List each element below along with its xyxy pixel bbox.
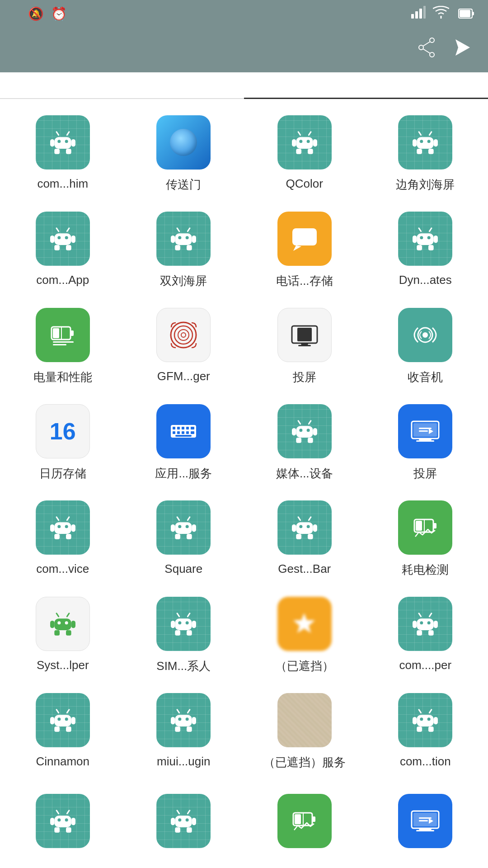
- app-item[interactable]: Dyn...ates: [367, 204, 484, 296]
- app-label: com....per: [399, 658, 451, 672]
- svg-line-156: [177, 613, 179, 617]
- app-item[interactable]: 边角刘海屏: [367, 108, 484, 200]
- app-item[interactable]: 媒体...设备: [246, 397, 363, 489]
- svg-line-17: [67, 132, 69, 135]
- app-item[interactable]: 双刘海屏: [126, 204, 242, 296]
- svg-marker-162: [293, 613, 315, 633]
- svg-point-183: [186, 717, 189, 721]
- send-icon[interactable]: [454, 38, 472, 62]
- app-item[interactable]: SIM...系人: [126, 590, 242, 681]
- svg-rect-181: [175, 715, 192, 726]
- svg-rect-158: [175, 630, 181, 636]
- svg-line-43: [56, 228, 59, 231]
- svg-rect-47: [50, 236, 54, 243]
- app-item[interactable]: com....per: [367, 590, 484, 681]
- app-item[interactable]: [5, 787, 121, 863]
- svg-rect-204: [54, 827, 60, 833]
- svg-rect-119: [66, 534, 71, 539]
- svg-point-78: [181, 333, 186, 337]
- svg-point-174: [65, 717, 68, 721]
- svg-rect-179: [50, 717, 54, 724]
- svg-rect-97: [296, 426, 313, 438]
- svg-rect-38: [413, 139, 417, 146]
- svg-line-10: [423, 42, 430, 46]
- svg-rect-37: [428, 149, 434, 154]
- svg-point-132: [299, 525, 302, 528]
- svg-rect-57: [192, 236, 196, 243]
- tab-bar: [0, 72, 488, 99]
- app-item[interactable]: [367, 787, 484, 863]
- svg-rect-213: [175, 827, 181, 833]
- app-item[interactable]: com...App: [5, 204, 121, 296]
- svg-rect-137: [308, 534, 313, 539]
- svg-rect-189: [192, 717, 196, 724]
- app-item[interactable]: 收音机: [367, 301, 484, 392]
- svg-point-200: [57, 818, 61, 821]
- svg-line-193: [419, 710, 421, 713]
- svg-line-64: [430, 228, 432, 231]
- svg-rect-30: [313, 139, 317, 146]
- svg-rect-113: [54, 522, 71, 534]
- svg-rect-0: [411, 14, 414, 19]
- app-item[interactable]: com...vice: [5, 493, 121, 585]
- svg-point-33: [427, 140, 431, 143]
- svg-rect-70: [70, 330, 74, 336]
- app-item[interactable]: com...tion: [367, 686, 484, 778]
- app-item[interactable]: 投屏: [367, 397, 484, 489]
- app-item[interactable]: 16 日历存储: [5, 397, 121, 489]
- svg-rect-109: [416, 440, 434, 442]
- app-item[interactable]: Gest...Bar: [246, 493, 363, 585]
- app-item[interactable]: [246, 787, 363, 863]
- share-icon[interactable]: [418, 38, 436, 62]
- svg-rect-5: [472, 12, 474, 15]
- status-right: [411, 6, 474, 22]
- tab-user-apps[interactable]: [0, 72, 244, 99]
- mute-icon: 🔕: [28, 6, 44, 21]
- svg-rect-19: [66, 149, 71, 154]
- svg-rect-215: [171, 818, 175, 825]
- app-item[interactable]: （已遮挡）服务: [246, 686, 363, 778]
- alarm-icon: ⏰: [51, 6, 67, 21]
- svg-rect-27: [296, 149, 301, 154]
- app-item[interactable]: 传送门: [126, 108, 242, 200]
- svg-rect-71: [53, 328, 59, 338]
- svg-rect-218: [312, 816, 315, 822]
- svg-point-124: [186, 525, 189, 528]
- app-item[interactable]: [126, 787, 242, 863]
- app-item[interactable]: Cinnamon: [5, 686, 121, 778]
- svg-line-147: [56, 613, 59, 617]
- app-item[interactable]: com...him: [5, 108, 121, 200]
- svg-line-202: [56, 811, 59, 814]
- svg-rect-160: [171, 621, 175, 628]
- svg-point-8: [419, 45, 423, 50]
- app-item[interactable]: 电话...存储: [246, 204, 363, 296]
- app-item[interactable]: （已遮挡）: [246, 590, 363, 681]
- app-item[interactable]: 应用...服务: [126, 397, 242, 489]
- app-item[interactable]: QColor: [246, 108, 363, 200]
- svg-rect-96: [175, 435, 192, 437]
- app-item[interactable]: 投屏: [246, 301, 363, 392]
- svg-point-99: [306, 429, 310, 432]
- tab-system-apps[interactable]: [244, 72, 488, 99]
- app-item[interactable]: GFM...ger: [126, 301, 242, 392]
- svg-rect-13: [54, 137, 71, 149]
- svg-rect-56: [171, 236, 175, 243]
- app-item[interactable]: 电量和性能: [5, 301, 121, 392]
- app-header: [0, 27, 488, 72]
- app-item[interactable]: Syst...lper: [5, 590, 121, 681]
- svg-point-76: [174, 326, 192, 344]
- app-item[interactable]: miui...ugin: [126, 686, 242, 778]
- app-item[interactable]: Square: [126, 493, 242, 585]
- svg-point-15: [65, 140, 68, 143]
- svg-rect-36: [417, 149, 422, 154]
- svg-rect-169: [428, 630, 434, 636]
- svg-rect-170: [413, 621, 417, 628]
- svg-line-117: [67, 517, 69, 520]
- svg-rect-40: [54, 233, 71, 245]
- app-item[interactable]: 耗电检测: [367, 493, 484, 585]
- svg-rect-90: [191, 427, 194, 429]
- app-label: （已遮挡）: [275, 658, 334, 674]
- svg-point-9: [430, 52, 434, 57]
- svg-line-44: [67, 228, 69, 231]
- app-label: 应用...服务: [155, 466, 212, 481]
